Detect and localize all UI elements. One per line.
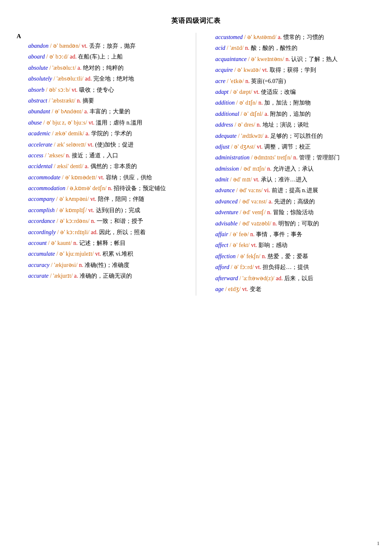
entry-word: adjust [215, 144, 229, 150]
entry-phonetic: / ə' kweɪntəns/ [246, 56, 285, 62]
entry-meaning: 先进的；高级的 [274, 198, 315, 205]
right-column: accustomed / ə' kʌstəmd/ a. 惯常的；习惯的acid … [196, 33, 380, 296]
entry-pos: vt. [88, 142, 93, 148]
entry-word: administration [215, 154, 249, 161]
entry-phonetic: / əb' sɔːb/ [44, 87, 72, 93]
entry-word: address [215, 122, 233, 128]
entry-pos: n. [262, 253, 266, 259]
entry-phonetic: / ə' fekʃn/ [236, 253, 262, 259]
entry-word: academic [28, 130, 51, 137]
entry: accordance / ə' kɔːrdəns/ n. 一致；和谐；授予 [17, 217, 188, 226]
entry-pos: n. [273, 220, 277, 227]
entry-pos: vt. [253, 89, 259, 95]
entry-pos: a. [78, 65, 82, 71]
entry-phonetic: / æk' seləreɪt/ [52, 142, 88, 148]
entry-word: abuse [28, 120, 42, 126]
entry-word: accommodate [28, 174, 61, 181]
entry-phonetic: / 'ækjurəsi/ [49, 262, 79, 268]
entry-word: adequate [215, 133, 236, 139]
entry-word: abstract [28, 98, 47, 104]
entry-meaning: 陪伴，陪同；伴随 [98, 196, 144, 202]
entry-word: acre [215, 78, 225, 84]
entry: abundant / ə' bʌndənt/ a. 丰富的；大量的 [17, 107, 188, 116]
entry: age / eɪdʒ/ vt. 变老 [204, 285, 375, 294]
entry-phonetic: / əd' vaːnst/ [238, 198, 269, 205]
entry: accomplish / ə' kɒmplɪʃ/ vt. 达到(目的)；完成 [17, 206, 188, 215]
entry-word: absorb [28, 87, 44, 93]
entry-word: accumulate [28, 251, 55, 257]
entry: affair / ə' feə/ n. 事情，事件；事务 [204, 230, 375, 239]
entry-pos: vt. [82, 43, 88, 49]
entry-phonetic: / ə' bændən/ [49, 43, 82, 49]
entry: absorb / əb' sɔːb/ vt. 吸收；使专心 [17, 86, 188, 95]
entry-meaning: 加，加法；附加物 [264, 100, 311, 106]
entry-word: accelerate [28, 142, 52, 148]
entry: adjust / ə' dʒʌst/ vt. 调整，调节；校正 [204, 142, 375, 152]
entry-phonetic: / əd' ventʃ/ [238, 209, 267, 215]
entry-meaning: 酸；酸的，酸性的 [251, 45, 297, 51]
entry-pos: vt. [242, 286, 248, 292]
entry-meaning: 招待设备；预定铺位 [114, 185, 166, 191]
entry-word: abandon [28, 43, 49, 49]
entry-phonetic: / ə' kɔːrdɪŋli/ [56, 229, 91, 235]
entry-phonetic: / 'ækjurɪt/ [49, 273, 74, 279]
entry-phonetic: / əd' mɪʃn/ [239, 166, 267, 172]
entry: acre / 'eɪkə/ n. 英亩(=6.07亩) [204, 77, 375, 86]
page-number: 1 [377, 540, 380, 547]
entry-meaning: 地址；演说；谈吐 [263, 122, 309, 128]
entry-phonetic: / ə' dɪʃnl/ [239, 111, 265, 117]
entry-phonetic: / 'æbsəluːtli/ [52, 76, 85, 82]
entry-word: adventure [215, 209, 238, 215]
entry-pos: a. [85, 130, 90, 137]
entry-word: afterward [215, 275, 238, 281]
section-letter: A [17, 33, 188, 40]
entry: absolutely / 'æbsəluːtli/ ad. 完全地；绝对地 [17, 74, 188, 83]
entry: admit / əd' mɪt/ vt. 承认；准许…进入 [204, 175, 375, 184]
entry-word: afford [215, 264, 229, 270]
entry-word: accurate [28, 273, 49, 279]
entry-pos: vt. [95, 251, 101, 257]
entry-pos: n. [91, 218, 95, 224]
entry-pos: n. [77, 98, 81, 104]
entry: acid / 'æsɪd/ n. 酸；酸的，酸性的 [204, 44, 375, 53]
entry-meaning: 附加的，追加的 [270, 111, 311, 117]
entry-word: affair [215, 231, 228, 237]
entry-meaning: 影响；感动 [258, 242, 287, 248]
entry-phonetic: / əd' mɪt/ [229, 176, 253, 183]
entry-meaning: 吸收；使专心 [79, 87, 114, 93]
entry-phonetic: / əd' vaɪzəbl/ [238, 220, 273, 227]
entry-word: accommodation [28, 185, 65, 191]
entry-meaning: 冒险；惊险活动 [273, 209, 314, 215]
entry-phonetic: / ə' bɔːd/ [45, 54, 70, 60]
entry-word: admit [215, 176, 229, 183]
entry-word: additional [215, 111, 239, 117]
entry: afford / ə' fɔːrd/ vt. 担负得起…；提供 [204, 263, 375, 272]
entry-pos: ad. [70, 54, 77, 60]
entry: accurate / 'ækjurɪt/ a. 准确的，正确无误的 [17, 271, 188, 281]
entry-phonetic: / ə' dres/ [233, 122, 257, 128]
entry-word: accustomed [215, 34, 243, 40]
entry: administration / ədmɪnɪs' treɪʃn/ n. 管理；… [204, 153, 375, 162]
entry-word: affection [215, 253, 236, 259]
entry-word: advance [215, 187, 235, 193]
entry: abandon / ə' bændən/ vt. 丢弃；放弃，抛弃 [17, 42, 188, 51]
entry-pos: a. [85, 163, 89, 169]
entry-pos: vt. [253, 176, 259, 183]
entry-phonetic: / ækə' demik/ [51, 130, 86, 137]
entry-phonetic: / ə,kɒmə' deɪʃn/ [65, 185, 108, 191]
entry: accelerate / æk' seləreɪt/ vt. (使)加快；促进 [17, 140, 188, 149]
entry-pos: a. [74, 273, 78, 279]
entry: accommodation / ə,kɒmə' deɪʃn/ n. 招待设备；预… [17, 184, 188, 193]
entry-phonetic: / 'æsɪd/ [225, 45, 245, 51]
right-entries: accustomed / ə' kʌstəmd/ a. 惯常的；习惯的acid … [204, 33, 375, 294]
entry: affection / ə' fekʃn/ n. 慈爱，爱；爱慕 [204, 252, 375, 261]
entry-phonetic: / ə' bjuːz, ə' bjuːs/ [42, 120, 89, 126]
entry: advisable / əd' vaɪzəbl/ n. 明智的；可取的 [204, 219, 375, 228]
entry: adventure / əd' ventʃ/ n. 冒险；惊险活动 [204, 208, 375, 217]
entry: accompany / ə' kʌmpəni/ vt. 陪伴，陪同；伴随 [17, 195, 188, 204]
entry-pos: ad. [276, 275, 283, 281]
entry-pos: a. [265, 111, 269, 117]
entry-phonetic: / əd' vaːns/ [235, 187, 264, 193]
entry: advanced / əd' vaːnst/ a. 先进的；高级的 [204, 197, 375, 206]
entry-pos: ad. [91, 229, 98, 235]
